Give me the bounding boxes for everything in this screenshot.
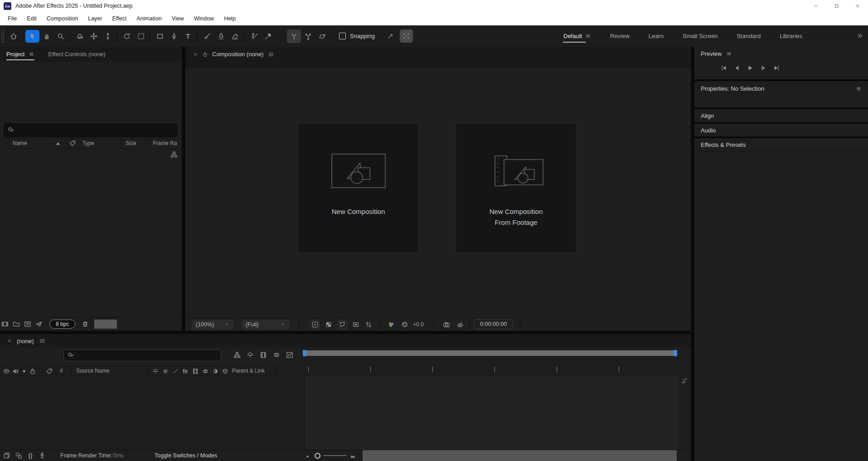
workspace-standard[interactable]: Standard — [727, 25, 770, 47]
frame-blending[interactable] — [259, 350, 267, 359]
tab-effect-controls[interactable]: Effect Controls (none) — [48, 47, 105, 62]
bit-depth-button[interactable]: 8 bpc — [49, 320, 75, 329]
menu-view[interactable]: View — [167, 15, 189, 22]
rotation-tool[interactable] — [120, 30, 134, 43]
camera-tool[interactable] — [134, 30, 148, 43]
column-divider[interactable] — [148, 367, 148, 375]
puppet-pin-tool[interactable] — [261, 30, 275, 43]
hide-shy-layers[interactable] — [246, 350, 254, 359]
fast-previews-icon[interactable] — [310, 320, 320, 329]
menu-composition[interactable]: Composition — [42, 15, 83, 22]
panel-menu-icon[interactable] — [856, 86, 862, 92]
exposure-value[interactable]: +0.0 — [413, 321, 424, 328]
audio-column-icon[interactable] — [11, 367, 19, 375]
workspace-learn[interactable]: Learn — [639, 25, 673, 47]
brush-tool[interactable] — [200, 30, 214, 43]
work-area-end-handle[interactable] — [674, 350, 677, 356]
column-source-name[interactable]: Source Name — [76, 368, 109, 374]
footer-scrollbar-thumb[interactable] — [94, 320, 117, 329]
interpret-footage[interactable] — [1, 319, 9, 329]
search-icon[interactable] — [67, 352, 74, 359]
column-divider[interactable] — [276, 367, 277, 375]
last-frame-button[interactable] — [772, 64, 780, 72]
close-tab-icon[interactable] — [193, 51, 198, 58]
new-composition-from-footage-button[interactable]: New Composition From Footage — [456, 123, 577, 253]
pen-tool[interactable] — [167, 30, 181, 43]
panel-menu-icon[interactable] — [267, 51, 275, 58]
column-divider[interactable] — [56, 367, 57, 375]
show-snapshot-icon[interactable] — [456, 320, 465, 329]
mask-visibility-icon[interactable] — [338, 320, 347, 329]
expressions[interactable]: {} — [26, 451, 34, 460]
pan-camera-tool[interactable] — [87, 30, 101, 43]
transparency-grid-icon[interactable] — [324, 320, 333, 329]
lock-icon[interactable] — [202, 51, 208, 58]
home-button[interactable] — [6, 30, 20, 43]
delete-icon[interactable] — [82, 320, 89, 328]
menu-help[interactable]: Help — [219, 15, 241, 22]
column-name[interactable]: Name — [13, 140, 27, 146]
rectangle-tool[interactable] — [153, 30, 167, 43]
column-frame-rate[interactable]: Frame Ra — [153, 140, 177, 146]
timeline-zoom-slider[interactable] — [305, 450, 357, 461]
menu-window[interactable]: Window — [189, 15, 219, 22]
play-button[interactable] — [746, 64, 754, 72]
video-column-icon[interactable] — [2, 367, 10, 375]
shapes[interactable] — [15, 451, 23, 460]
frame-blend-switch[interactable] — [191, 367, 199, 375]
column-divider[interactable] — [66, 140, 66, 147]
timecode-display[interactable]: 0:00:00:00 — [474, 319, 513, 329]
new-composition[interactable] — [24, 319, 32, 329]
workspace-libraries[interactable]: Libraries — [770, 25, 812, 47]
column-divider[interactable] — [10, 140, 10, 147]
collapse-transformations-switch[interactable] — [161, 367, 169, 375]
menu-edit[interactable]: Edit — [22, 15, 42, 22]
world-axis-mode[interactable] — [301, 29, 315, 43]
menu-effect[interactable]: Effect — [107, 15, 131, 22]
new-folder[interactable] — [12, 319, 20, 329]
label-column-icon[interactable] — [45, 367, 53, 375]
close-tab-icon[interactable] — [7, 337, 12, 345]
zoom-out-icon[interactable] — [305, 452, 312, 459]
next-frame-button[interactable] — [759, 64, 767, 72]
label-column-icon[interactable] — [69, 140, 76, 147]
quality-switch[interactable] — [171, 367, 179, 375]
properties-panel-title[interactable]: Properties: No Selection — [701, 85, 764, 92]
dolly-camera-tool[interactable] — [101, 30, 115, 43]
workspace-overflow-icon[interactable] — [856, 32, 863, 39]
type-tool[interactable]: T — [181, 30, 195, 43]
column-divider[interactable] — [71, 367, 71, 375]
work-area-start-handle[interactable] — [303, 350, 306, 356]
minimize-button[interactable] — [805, 0, 826, 12]
orbit-camera-tool[interactable] — [73, 30, 87, 43]
zoom-tool[interactable] — [53, 30, 68, 43]
column-parent-link[interactable]: Parent & Link — [232, 368, 265, 374]
first-frame-button[interactable] — [720, 64, 727, 72]
maximize-button[interactable] — [826, 0, 847, 12]
project-flowchart-icon[interactable] — [170, 151, 178, 158]
toolbar-grip-handle[interactable] — [1, 29, 5, 43]
channels-icon[interactable] — [387, 320, 396, 329]
timeline-tab-label[interactable]: (none) — [17, 338, 34, 345]
motion-blur-switch[interactable] — [201, 367, 209, 375]
exposure-icon[interactable] — [400, 320, 409, 329]
workspace-review[interactable]: Review — [601, 25, 639, 47]
grid-guides-icon[interactable] — [364, 320, 373, 329]
toggle-switches-modes-button[interactable]: Toggle Switches / Modes — [155, 452, 217, 459]
selection-tool[interactable] — [25, 30, 39, 43]
local-axis-mode[interactable] — [287, 29, 301, 43]
solo-column-icon[interactable] — [20, 367, 28, 375]
column-divider[interactable] — [150, 140, 150, 147]
resolution-dropdown[interactable]: (Full) — [242, 320, 290, 330]
panel-menu-icon[interactable] — [29, 51, 34, 57]
comp-marker-icon[interactable] — [681, 378, 688, 385]
search-icon[interactable] — [7, 126, 15, 134]
snapping-checkbox[interactable] — [339, 33, 346, 39]
project-search-input[interactable] — [4, 123, 177, 137]
workspace-small-screen[interactable]: Small Screen — [673, 25, 727, 47]
previous-frame-button[interactable] — [733, 64, 741, 72]
timeline-ruler[interactable] — [308, 367, 677, 372]
view-axis-mode[interactable] — [315, 29, 329, 43]
close-button[interactable] — [847, 0, 868, 12]
zoom-in-icon[interactable] — [349, 452, 357, 459]
